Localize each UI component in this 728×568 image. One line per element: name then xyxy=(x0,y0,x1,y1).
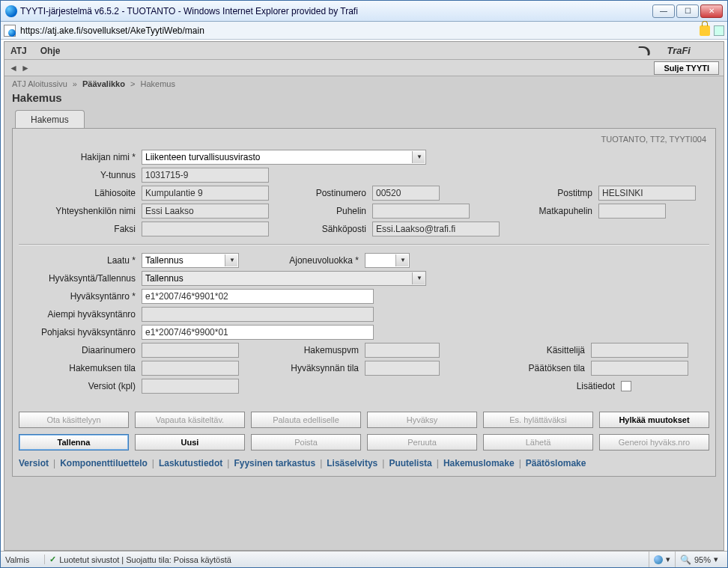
breadcrumb-home[interactable]: ATJ Aloitussivu xyxy=(12,79,67,88)
link-laskutustiedot[interactable]: Laskutustiedot xyxy=(159,458,222,468)
breadcrumb-paavalikko[interactable]: Päävalikko xyxy=(82,79,125,88)
lbl-lisatiedot: Lisätiedot xyxy=(550,381,618,391)
lbl-hyvtal: Hyväksyntä/Tallennus xyxy=(19,273,139,284)
titlebar: TYYTI-järjestelmä v6.5.2 - TUOTANTO - Wi… xyxy=(1,1,727,22)
lbl-hyvtila: Hyväksynnän tila xyxy=(242,363,362,373)
action-row-1: Ota käsittelyyn Vapauta käsiteltäv. Pala… xyxy=(19,412,709,428)
hyvnro-field[interactable]: e1*2007/46*9901*02 xyxy=(142,289,374,304)
lbl-hyvnro: Hyväksyntänro * xyxy=(19,291,139,302)
lbl-puhelin: Puhelin xyxy=(272,206,369,216)
toolbar: ◄ ► Sulje TYYTI xyxy=(4,60,724,76)
breadcrumb-hakemus: Hakemus xyxy=(140,79,175,88)
poista-button[interactable]: Poista xyxy=(251,434,361,451)
zoom-value: 95% xyxy=(694,555,711,564)
lbl-matkapuhelin: Matkapuhelin xyxy=(513,206,595,216)
postinumero-field: 00520 xyxy=(372,186,440,201)
hyvaksy-button[interactable]: Hyväksy xyxy=(367,412,477,428)
status-security: ✓ Luotetut sivustot | Suojattu tila: Poi… xyxy=(44,555,649,564)
env-label: TUOTANTO, TT2, TYYTI004 xyxy=(19,133,709,150)
address-bar: https://atj.ake.fi/sovellukset/AkeTyytiW… xyxy=(1,22,727,40)
pohjaksi-field[interactable]: e1*2007/46*9900*01 xyxy=(142,325,374,340)
lisatiedot-checkbox[interactable] xyxy=(621,381,631,391)
es-hylattavaksi-button[interactable]: Es. hylättäväksi xyxy=(483,412,593,428)
zoom-icon: 🔍 xyxy=(680,555,691,565)
link-puutelista[interactable]: Puutelista xyxy=(389,458,431,468)
maximize-button[interactable]: ☐ xyxy=(676,4,699,18)
lbl-yhteyshenkilo: Yhteyshenkilön nimi xyxy=(19,206,139,216)
lbl-diaari: Diaarinumero xyxy=(19,345,139,355)
uusi-button[interactable]: Uusi xyxy=(135,434,245,451)
versiot-field xyxy=(142,379,239,394)
link-fyysinen-tarkastus[interactable]: Fyysinen tarkastus xyxy=(234,458,315,468)
ota-kasittelyyn-button[interactable]: Ota käsittelyyn xyxy=(19,412,129,428)
window-title: TYYTI-järjestelmä v6.5.2 - TUOTANTO - Wi… xyxy=(20,6,652,16)
status-zoom[interactable]: 🔍 95% ▾ xyxy=(675,552,723,567)
yhteyshenkilo-field: Essi Laakso xyxy=(142,204,269,219)
close-button[interactable]: ✕ xyxy=(700,4,723,18)
lbl-pohjaksi: Pohjaksi hyväksyntänro xyxy=(19,327,139,338)
tallenna-button[interactable]: Tallenna xyxy=(19,434,129,451)
laheta-button[interactable]: Lähetä xyxy=(483,434,593,451)
check-icon: ✓ xyxy=(49,555,56,564)
status-valmis: Valmis xyxy=(5,555,37,564)
lbl-aiempi: Aiempi hyväksyntänro xyxy=(19,309,139,320)
lock-icon xyxy=(700,25,710,36)
status-bar: Valmis ✓ Luotetut sivustot | Suojattu ti… xyxy=(1,551,727,567)
lbl-hakemuspvm: Hakemuspvm xyxy=(242,345,362,355)
generoi-button[interactable]: Generoi hyväks.nro xyxy=(599,434,709,451)
menu-bar: ATJ Ohje TraFi xyxy=(4,42,724,60)
ytunnus-field: 1031715-9 xyxy=(142,168,269,183)
lbl-laatu: Laatu * xyxy=(19,255,139,266)
vapauta-button[interactable]: Vapauta käsiteltäv. xyxy=(135,412,245,428)
paatostila-field xyxy=(591,361,688,376)
menu-atj[interactable]: ATJ xyxy=(10,46,27,56)
lbl-hakija-nimi: Hakijan nimi * xyxy=(19,152,139,162)
window-buttons: — ☐ ✕ xyxy=(652,4,723,18)
menu-ohje[interactable]: Ohje xyxy=(40,46,61,56)
nav-arrows: ◄ ► xyxy=(9,63,30,73)
matkapuhelin-field xyxy=(598,204,666,219)
laatu-select[interactable]: Tallennus xyxy=(142,253,239,268)
url-field[interactable]: https://atj.ake.fi/sovellukset/AkeTyytiW… xyxy=(17,24,697,37)
lbl-paatostila: Päätöksen tila xyxy=(491,363,588,373)
lbl-faksi: Faksi xyxy=(19,224,139,234)
page-icon xyxy=(4,25,16,37)
lbl-postitmp: Postitmp xyxy=(543,188,595,198)
status-mode[interactable]: ▾ xyxy=(649,552,675,567)
hakemuspvm-field xyxy=(365,343,440,358)
palauta-button[interactable]: Palauta edelliselle xyxy=(251,412,361,428)
hakija-nimi-select[interactable]: Liikenteen turvallisuusvirasto xyxy=(142,150,426,165)
breadcrumb: ATJ Aloitussivu » Päävalikko > Hakemus xyxy=(4,76,724,91)
puhelin-field xyxy=(372,204,470,219)
lbl-ajoneuvoluokka: Ajoneuvoluokka * xyxy=(242,255,362,266)
hylkaa-muutokset-button[interactable]: Hylkää muutokset xyxy=(599,412,709,428)
lbl-kasittelija: Käsittelijä xyxy=(513,345,588,355)
trafi-logo: TraFi xyxy=(637,45,704,56)
link-hakemuslomake[interactable]: Hakemuslomake xyxy=(443,458,515,468)
divider xyxy=(19,244,709,245)
action-row-2: Tallenna Uusi Poista Peruuta Lähetä Gene… xyxy=(19,434,709,451)
compat-icon[interactable] xyxy=(714,25,724,36)
hyvtal-select[interactable]: Tallennus xyxy=(142,271,426,286)
lbl-versiot: Versiot (kpl) xyxy=(19,381,139,391)
link-row: Versiot| Komponenttiluettelo| Laskutusti… xyxy=(19,458,709,468)
lbl-sahkoposti: Sähköposti xyxy=(272,224,369,234)
app-window: TYYTI-järjestelmä v6.5.2 - TUOTANTO - Wi… xyxy=(0,0,728,568)
sulje-tyyti-button[interactable]: Sulje TYYTI xyxy=(654,61,719,75)
lahiosoite-field: Kumpulantie 9 xyxy=(142,186,269,201)
link-versiot[interactable]: Versiot xyxy=(19,458,49,468)
link-paatoslomake[interactable]: Päätöslomake xyxy=(526,458,586,468)
postitmp-field: HELSINKI xyxy=(598,186,696,201)
back-icon[interactable]: ◄ xyxy=(9,63,18,73)
forward-icon[interactable]: ► xyxy=(21,63,30,73)
peruuta-button[interactable]: Peruuta xyxy=(367,434,477,451)
hyvtila-field xyxy=(365,361,440,376)
tab-hakemus[interactable]: Hakemus xyxy=(15,110,85,129)
link-lisaselvitys[interactable]: Lisäselvitys xyxy=(327,458,377,468)
form-panel: TUOTANTO, TT2, TYYTI004 Hakijan nimi * L… xyxy=(12,128,716,477)
lbl-ytunnus: Y-tunnus xyxy=(19,170,139,180)
link-komponenttiluettelo[interactable]: Komponenttiluettelo xyxy=(60,458,148,468)
ajoneuvoluokka-select[interactable] xyxy=(365,253,410,268)
minimize-button[interactable]: — xyxy=(652,4,675,18)
aiempi-field xyxy=(142,307,374,322)
